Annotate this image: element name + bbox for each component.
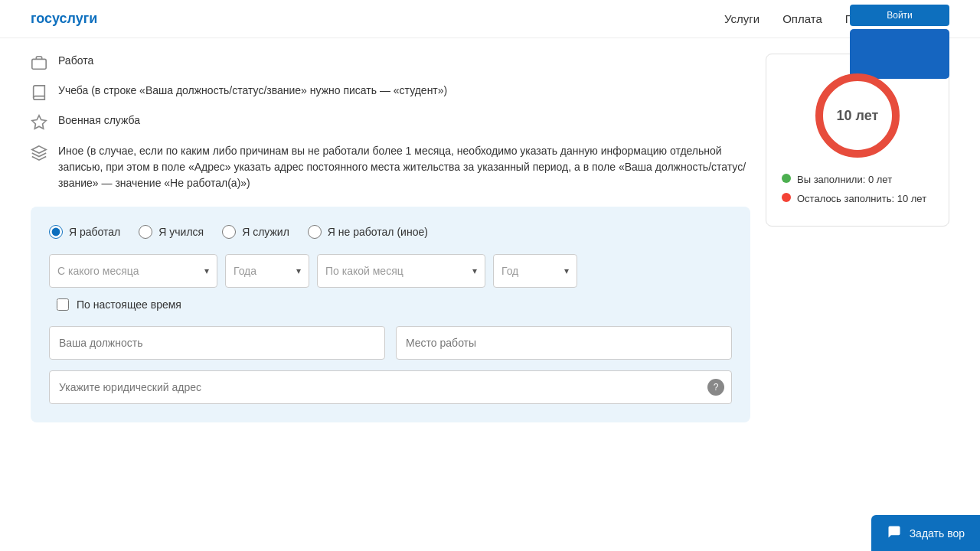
address-row: ? <box>49 370 732 404</box>
to-month-select[interactable]: По какой месяц <box>325 265 477 277</box>
radio-served[interactable]: Я служил <box>222 225 289 239</box>
main-content: Работа Учеба (в строке «Ваша должность/с… <box>0 38 980 551</box>
info-list: Работа Учеба (в строке «Ваша должность/с… <box>31 54 750 191</box>
to-year-select-wrap: Год ▾ <box>493 254 577 288</box>
book-icon <box>31 84 49 103</box>
from-year-select[interactable]: Года <box>234 265 301 277</box>
donut-center-label: 10 лет <box>837 108 879 124</box>
radio-studied[interactable]: Я учился <box>139 225 204 239</box>
chat-icon <box>887 524 902 542</box>
header: госуслуги Услуги Оплата Поддержка Войти <box>0 0 980 38</box>
from-year-select-wrap: Года ▾ <box>225 254 309 288</box>
sidebar: 10 лет Вы заполнили: 0 лет Осталось запо… <box>766 54 949 536</box>
briefcase-icon <box>31 54 49 73</box>
progress-donut: 10 лет <box>812 70 903 161</box>
list-item-military: Военная служба <box>31 113 750 132</box>
chat-button[interactable]: Задать вор <box>871 515 980 551</box>
date-range-row: С какого месяца ▾ Года ▾ По какой месяц … <box>49 254 732 288</box>
help-button[interactable]: ? <box>707 379 724 396</box>
list-item-study: Учеба (в строке «Ваша должность/статус/з… <box>31 83 750 103</box>
list-item-work: Работа <box>31 54 750 73</box>
content-area: Работа Учеба (в строке «Ваша должность/с… <box>31 54 750 536</box>
progress-legend: Вы заполнили: 0 лет Осталось заполнить: … <box>782 172 933 210</box>
address-input[interactable] <box>49 370 732 404</box>
star-icon <box>31 114 49 132</box>
nav-payment[interactable]: Оплата <box>782 12 822 25</box>
position-input[interactable] <box>49 326 385 360</box>
svg-marker-3 <box>32 116 46 129</box>
form-card: Я работал Я учился Я служил Я не работал… <box>31 207 750 422</box>
svg-rect-2 <box>32 59 46 69</box>
filled-legend-item: Вы заполнили: 0 лет <box>782 172 933 188</box>
radio-notworked[interactable]: Я не работал (иное) <box>308 225 428 239</box>
from-month-select-wrap: С какого месяца ▾ <box>49 254 217 288</box>
position-workplace-row <box>49 326 732 360</box>
workplace-input[interactable] <box>396 326 732 360</box>
remaining-legend-item: Осталось заполнить: 10 лет <box>782 191 933 207</box>
employment-type-group: Я работал Я учился Я служил Я не работал… <box>49 225 732 239</box>
layers-icon <box>31 145 49 163</box>
list-item-other: Иное (в случае, если по каким либо причи… <box>31 143 750 191</box>
nav-services[interactable]: Услуги <box>724 12 760 25</box>
to-month-select-wrap: По какой месяц ▾ <box>317 254 485 288</box>
filled-dot <box>782 174 791 183</box>
logo[interactable]: госуслуги <box>31 11 97 27</box>
to-year-select[interactable]: Год <box>501 265 569 277</box>
svg-marker-4 <box>32 146 46 153</box>
present-label[interactable]: По настоящее время <box>77 298 181 311</box>
present-checkbox[interactable] <box>57 298 69 311</box>
progress-card: 10 лет Вы заполнили: 0 лет Осталось запо… <box>766 54 949 227</box>
radio-worked[interactable]: Я работал <box>49 225 120 239</box>
present-checkbox-row: По настоящее время <box>57 298 732 311</box>
from-month-select[interactable]: С какого месяца <box>57 265 209 277</box>
remaining-dot <box>782 193 791 202</box>
login-button-sm[interactable]: Войти <box>850 5 949 26</box>
